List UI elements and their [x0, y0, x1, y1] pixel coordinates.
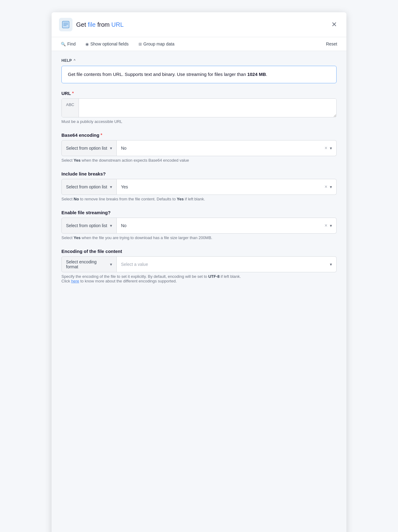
file-streaming-right-chevron-icon: ▾ [330, 223, 332, 228]
file-streaming-hint-bold1: Yes [74, 235, 80, 240]
help-text-2: . [266, 72, 267, 77]
base64-section: Base64 encoding * Select from option lis… [61, 132, 337, 163]
base64-select-controls: × ▾ [325, 145, 332, 151]
group-map-button[interactable]: ⊞ Group map data [137, 40, 176, 48]
header-left: Get file from URL [59, 18, 124, 31]
file-streaming-hint: Select Yes when the file you are trying … [61, 235, 337, 240]
line-breaks-select-controls: × ▾ [325, 184, 332, 190]
base64-select-right[interactable]: No × ▾ [117, 140, 337, 156]
base64-left-chevron-icon: ▾ [110, 146, 112, 151]
line-breaks-left-chevron-icon: ▾ [110, 184, 112, 189]
find-button[interactable]: 🔍 Find [59, 40, 77, 48]
group-map-label: Group map data [143, 41, 174, 46]
url-type-badge: ABC [62, 99, 79, 117]
line-breaks-clear-button[interactable]: × [325, 184, 327, 190]
help-header[interactable]: HELP ^ [61, 58, 337, 63]
reset-button[interactable]: Reset [324, 40, 339, 48]
encoding-select-row: Select encoding format ▾ Select a value … [61, 256, 337, 272]
line-breaks-section: Include line breaks? Select from option … [61, 171, 337, 201]
line-breaks-left-placeholder: Select from option list [66, 184, 107, 189]
encoding-left-placeholder: Select encoding format [66, 259, 110, 269]
base64-select-left[interactable]: Select from option list ▾ [61, 140, 117, 156]
file-streaming-right-value: No [121, 223, 127, 228]
base64-right-chevron-icon: ▾ [330, 146, 332, 151]
help-chevron-icon: ^ [74, 58, 76, 63]
line-breaks-label: Include line breaks? [61, 171, 337, 176]
url-input-wrapper: ABC [61, 98, 337, 117]
encoding-select-controls: ▾ [330, 262, 332, 267]
find-label: Find [67, 41, 76, 46]
svg-rect-0 [62, 21, 69, 28]
base64-hint: Select Yes when the downstream action ex… [61, 158, 337, 163]
show-optional-label: Show optional fields [90, 41, 129, 46]
encoding-section: Encoding of the file content Select enco… [61, 249, 337, 283]
line-breaks-select-left[interactable]: Select from option list ▾ [61, 179, 117, 195]
line-breaks-hint-bold1: No [74, 197, 79, 201]
encoding-label: Encoding of the file content [61, 249, 337, 254]
line-breaks-select-right[interactable]: Yes × ▾ [117, 179, 337, 195]
file-streaming-left-placeholder: Select from option list [66, 223, 107, 228]
file-streaming-section: Enable file streaming? Select from optio… [61, 210, 337, 240]
group-icon: ⊞ [139, 42, 142, 46]
base64-clear-button[interactable]: × [325, 145, 327, 151]
file-streaming-clear-button[interactable]: × [325, 223, 327, 228]
help-section: HELP ^ Get file contents from URL. Suppo… [61, 58, 337, 83]
url-section: URL * ABC Must be a publicly accessible … [61, 91, 337, 124]
encoding-hint-bold: UTF-8 [208, 274, 220, 279]
eye-icon: ◉ [85, 42, 89, 46]
app-icon [59, 18, 72, 31]
base64-right-value: No [121, 146, 127, 151]
encoding-left-chevron-icon: ▾ [110, 262, 112, 267]
modal-title: Get file from URL [76, 21, 124, 28]
encoding-right-chevron-icon: ▾ [330, 262, 332, 267]
base64-hint-bold: Yes [74, 158, 80, 163]
encoding-hint-link[interactable]: here [71, 279, 79, 283]
line-breaks-hint: Select No to remove line breaks from the… [61, 197, 337, 201]
close-button[interactable]: ✕ [329, 20, 339, 30]
toolbar: 🔍 Find ◉ Show optional fields ⊞ Group ma… [52, 37, 346, 51]
file-streaming-select-left[interactable]: Select from option list ▾ [61, 218, 117, 234]
line-breaks-select-row: Select from option list ▾ Yes × ▾ [61, 179, 337, 195]
base64-select-row: Select from option list ▾ No × ▾ [61, 140, 337, 156]
encoding-select-left[interactable]: Select encoding format ▾ [61, 256, 117, 272]
base64-required-star: * [100, 132, 102, 137]
line-breaks-right-chevron-icon: ▾ [330, 184, 332, 189]
help-text-bold: 1024 MB [247, 72, 266, 77]
modal-header: Get file from URL ✕ [52, 12, 346, 37]
encoding-hint: Specify the encoding of the file to set … [61, 274, 337, 283]
url-hint: Must be a publicly accessible URL [61, 119, 337, 124]
help-box: Get file contents from URL. Supports tex… [61, 66, 337, 83]
line-breaks-hint-bold2: Yes [177, 197, 184, 201]
base64-left-placeholder: Select from option list [66, 146, 107, 151]
file-streaming-select-row: Select from option list ▾ No × ▾ [61, 218, 337, 234]
encoding-select-right[interactable]: Select a value ▾ [117, 256, 337, 272]
file-streaming-select-controls: × ▾ [325, 223, 332, 228]
file-streaming-select-right[interactable]: No × ▾ [117, 218, 337, 234]
file-streaming-left-chevron-icon: ▾ [110, 223, 112, 228]
encoding-right-placeholder: Select a value [121, 262, 148, 267]
base64-label: Base64 encoding * [61, 132, 337, 138]
file-streaming-label: Enable file streaming? [61, 210, 337, 215]
show-optional-button[interactable]: ◉ Show optional fields [84, 40, 131, 48]
search-icon: 🔍 [61, 42, 66, 46]
url-required-star: * [72, 91, 74, 96]
help-label: HELP [61, 58, 72, 63]
url-textarea[interactable] [79, 99, 336, 117]
content-area: HELP ^ Get file contents from URL. Suppo… [52, 51, 346, 532]
help-text-1: Get file contents from URL. Supports tex… [68, 72, 247, 77]
url-label: URL * [61, 91, 337, 96]
line-breaks-right-value: Yes [121, 184, 128, 189]
